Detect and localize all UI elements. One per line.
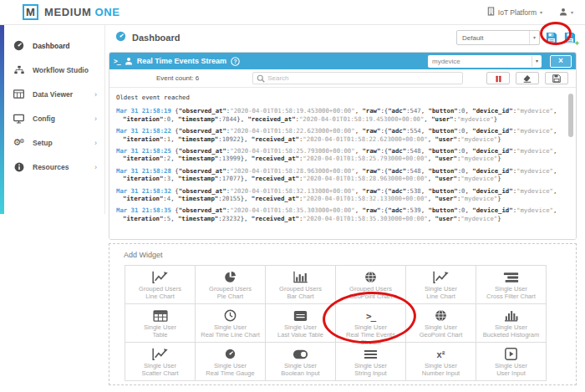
sidebar-item-data-viewer[interactable]: Data Viewer› (0, 82, 105, 106)
toolbar-buttons (486, 72, 568, 84)
sidebar-item-workflow-studio[interactable]: Workflow Studio (0, 58, 105, 82)
widget-grid: Grouped UsersLine ChartGrouped UsersPie … (125, 265, 547, 381)
dashboard-select[interactable]: Default ▾ (456, 30, 540, 45)
gauge-icon (196, 346, 265, 362)
widget-single-user-real-time-gauge[interactable]: Single UserReal Time Gauge (196, 343, 266, 381)
building-icon (487, 7, 495, 18)
panel-header: >_ Real Time Events Stream ? mydevice ▾ … (109, 53, 576, 69)
x2-icon: x² (406, 346, 476, 362)
widget-type-label: String Input (336, 369, 405, 377)
widget-single-user-line-chart[interactable]: Single UserLine Chart (406, 266, 476, 304)
widget-single-user-cross-filter-chart[interactable]: Single UserCross Filter Chart (476, 266, 547, 304)
gears-icon: ⚙⚙ (13, 138, 25, 147)
widget-group-label: Single User (406, 362, 476, 369)
widget-single-user-real-time-line-chart[interactable]: Single UserReal Time Line Chart (196, 304, 266, 343)
event-row: Mar 31 21:58:28 {"observed_at":"2020-04-… (116, 167, 562, 183)
widget-single-user-geopoint-chart[interactable]: Single UserGeoPoint Chart (406, 304, 476, 343)
user-icon (559, 8, 567, 18)
pause-icon (495, 71, 502, 86)
widget-grouped-users-bar-chart[interactable]: Grouped UsersBar Chart (266, 266, 336, 304)
widget-single-user-last-value-table[interactable]: Single UserLast Value Table (266, 304, 336, 343)
widget-group-label: Single User (406, 323, 476, 331)
widget-single-user-user-input[interactable]: Single UserUser Input (476, 343, 547, 381)
table-icon (13, 89, 25, 99)
event-json: {"observed_at":"2020-04-01T01:58:35.3030… (123, 206, 557, 221)
log-scrollbar[interactable] (568, 94, 573, 137)
user-menu[interactable]: ▾ (559, 8, 573, 18)
widget-single-user-real-time-events-stream[interactable]: >_Single UserReal Time Events Stream (336, 304, 406, 343)
widget-single-user-scatter-chart[interactable]: Single UserScatter Chart (125, 343, 196, 381)
widget-type-label: User Input (476, 369, 546, 377)
gauge-icon (13, 40, 25, 51)
event-row: Mar 31 21:58:35 {"observed_at":"2020-04-… (116, 206, 562, 222)
sidebar-item-config[interactable]: Config› (0, 106, 105, 130)
event-json: {"observed_at":"2020-04-01T01:58:25.7930… (123, 147, 557, 162)
widget-single-user-boolean-input[interactable]: Single UserBoolean Input (266, 343, 336, 381)
panel-toolbar: Event count: 6 (109, 69, 576, 88)
sidebar-item-label: Setup (33, 139, 53, 147)
widget-type-label: Bucketed Histogram (476, 331, 546, 339)
close-panel-button[interactable]: × (550, 55, 572, 68)
sidebar-item-dashboard[interactable]: Dashboard (0, 33, 105, 58)
widget-type-label: Pie Chart (196, 293, 265, 300)
widget-type-label: Bar Chart (266, 293, 335, 300)
log-status: Oldest event reached (116, 94, 562, 101)
line-chart-icon (125, 346, 195, 362)
chevron-down-icon: ▾ (529, 31, 539, 44)
event-row: Mar 31 21:58:22 {"observed_at":"2020-04-… (116, 127, 562, 143)
event-row: Mar 31 21:58:19 {"observed_at":"2020-04-… (116, 107, 562, 123)
accent-strip (0, 25, 4, 214)
sitemap-icon (13, 65, 25, 74)
toggle-icon (266, 346, 335, 362)
search-input[interactable] (267, 74, 459, 82)
terminal-icon: >_ (336, 308, 405, 323)
event-row: Mar 31 21:58:25 {"observed_at":"2020-04-… (116, 147, 562, 163)
cross-filter-icon (476, 269, 546, 285)
widget-grouped-users-geopoint-chart[interactable]: Grouped UsersGeoPoint Chart (336, 266, 406, 304)
brand-logo[interactable]: M MEDIUM ONE (23, 4, 120, 20)
help-icon[interactable]: ? (231, 57, 240, 66)
event-timestamp: Mar 31 21:58:19 (116, 107, 171, 115)
widget-group-label: Grouped Users (196, 285, 265, 293)
sidebar-item-resources[interactable]: Resources› (0, 155, 105, 179)
gauge-icon (115, 30, 126, 45)
export-button[interactable] (545, 72, 568, 84)
widget-group-label: Single User (196, 323, 265, 331)
save-dashboard-button[interactable] (545, 31, 558, 44)
widget-group-label: Single User (125, 362, 195, 369)
dashboard-content: >_ Real Time Events Stream ? mydevice ▾ … (109, 52, 577, 385)
desktop-icon (13, 114, 25, 124)
pause-button[interactable] (486, 72, 510, 84)
widget-grouped-users-pie-chart[interactable]: Grouped UsersPie Chart (196, 266, 266, 304)
sidebar: DashboardWorkflow StudioData Viewer›Conf… (0, 25, 105, 392)
search-icon (257, 71, 265, 86)
header-controls: Default ▾ + (456, 30, 577, 45)
widget-single-user-table[interactable]: Single UserTable (125, 304, 196, 343)
widget-group-label: Single User (476, 362, 546, 369)
clear-button[interactable] (516, 72, 539, 84)
widget-group-label: Single User (336, 362, 405, 369)
bar-chart-icon (266, 269, 335, 285)
widget-group-label: Single User (266, 362, 335, 369)
event-row: Mar 31 21:58:32 {"observed_at":"2020-04-… (116, 187, 562, 203)
save-as-new-dashboard-button[interactable]: + (563, 31, 577, 44)
sidebar-item-label: Workflow Studio (33, 66, 89, 74)
chevron-right-icon: › (94, 163, 97, 171)
platform-menu[interactable]: IoT Platform ▾ (487, 7, 542, 18)
sidebar-nav: DashboardWorkflow StudioData Viewer›Conf… (0, 25, 105, 179)
widget-type-label: Last Value Table (266, 331, 335, 339)
widget-group-label: Single User (336, 323, 405, 331)
widget-type-label: Cross Filter Chart (476, 293, 546, 300)
save-icon (552, 71, 561, 86)
widget-single-user-bucketed-histogram[interactable]: Single UserBucketed Histogram (476, 304, 547, 343)
widget-type-label: Line Chart (406, 293, 476, 300)
device-select[interactable]: mydevice ▾ (428, 55, 542, 68)
line-chart-icon (125, 269, 195, 285)
sidebar-item-setup[interactable]: ⚙⚙Setup› (0, 130, 105, 155)
widget-single-user-number-input[interactable]: x²Single UserNumber Input (406, 343, 476, 381)
widget-group-label: Single User (196, 362, 265, 369)
widget-single-user-string-input[interactable]: Single UserString Input (336, 343, 406, 381)
widget-grouped-users-line-chart[interactable]: Grouped UsersLine Chart (125, 266, 196, 304)
widget-group-label: Grouped Users (336, 285, 405, 293)
sidebar-item-label: Resources (33, 163, 69, 171)
